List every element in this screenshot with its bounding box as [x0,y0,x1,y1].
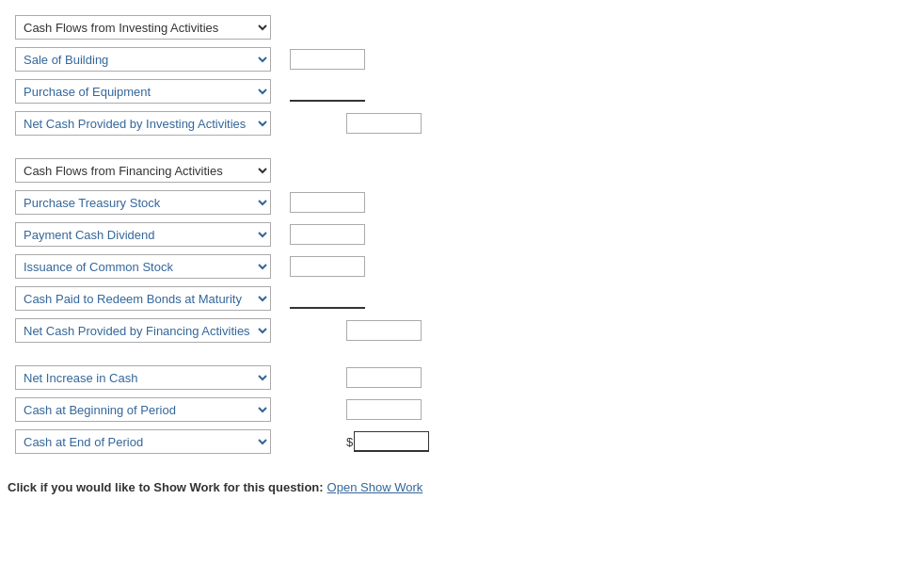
row-cash-flows-financing: Cash Flows from Investing ActivitiesSale… [15,154,909,186]
show-work-label: Click if you would like to Show Work for… [8,480,324,494]
row-cash-end: Cash Flows from Investing ActivitiesSale… [15,426,909,458]
dropdown-cell-sale-of-building: Cash Flows from Investing ActivitiesSale… [15,47,271,72]
input-wrap-cash-beginning [346,399,422,420]
select-cash-flows-investing[interactable]: Cash Flows from Investing ActivitiesSale… [15,15,271,40]
dropdown-cell-net-cash-financing: Cash Flows from Investing ActivitiesSale… [15,318,271,343]
row-cash-beginning: Cash Flows from Investing ActivitiesSale… [15,394,909,426]
dropdown-cell-net-increase-cash: Cash Flows from Investing ActivitiesSale… [15,365,271,390]
select-cash-paid-redeem-bonds[interactable]: Cash Flows from Investing ActivitiesSale… [15,286,271,311]
row-issuance-common-stock: Cash Flows from Investing ActivitiesSale… [15,250,909,282]
row-payment-cash-dividend: Cash Flows from Investing ActivitiesSale… [15,218,909,250]
dropdown-cell-cash-end: Cash Flows from Investing ActivitiesSale… [15,429,271,454]
input-net-cash-investing[interactable] [346,113,422,134]
spacer-row [15,139,909,154]
select-net-cash-financing[interactable]: Cash Flows from Investing ActivitiesSale… [15,318,271,343]
dropdown-cell-purchase-treasury-stock: Cash Flows from Investing ActivitiesSale… [15,190,271,215]
input-wrap-issuance-common-stock [290,256,365,277]
dropdown-cell-cash-flows-investing: Cash Flows from Investing ActivitiesSale… [15,15,271,40]
row-purchase-treasury-stock: Cash Flows from Investing ActivitiesSale… [15,186,909,218]
input-issuance-common-stock[interactable] [290,256,365,277]
select-cash-beginning[interactable]: Cash Flows from Investing ActivitiesSale… [15,397,271,422]
input-wrap-purchase-treasury-stock [290,192,365,213]
input-wrap-payment-cash-dividend [290,224,365,245]
row-cash-paid-redeem-bonds: Cash Flows from Investing ActivitiesSale… [15,282,909,314]
spacer-row [15,346,909,362]
row-net-cash-investing: Cash Flows from Investing ActivitiesSale… [15,107,909,139]
input-cash-paid-redeem-bonds[interactable] [290,288,365,309]
open-show-work-link[interactable]: Open Show Work [327,480,423,494]
dropdown-cell-purchase-of-equipment: Cash Flows from Investing ActivitiesSale… [15,79,271,104]
input-payment-cash-dividend[interactable] [290,224,365,245]
cash-flow-form: Cash Flows from Investing ActivitiesSale… [8,8,916,461]
input-wrap-sale-of-building [290,49,365,70]
dropdown-cell-cash-paid-redeem-bonds: Cash Flows from Investing ActivitiesSale… [15,286,271,311]
input-wrap-net-increase-cash [346,367,422,388]
select-net-cash-investing[interactable]: Cash Flows from Investing ActivitiesSale… [15,111,271,136]
input-cash-end[interactable] [354,431,429,452]
dropdown-cell-issuance-common-stock: Cash Flows from Investing ActivitiesSale… [15,254,271,279]
select-net-increase-cash[interactable]: Cash Flows from Investing ActivitiesSale… [15,365,271,390]
input-cash-beginning[interactable] [346,399,422,420]
input-sale-of-building[interactable] [290,49,365,70]
input-wrap-purchase-of-equipment [290,81,365,102]
dropdown-cell-cash-flows-financing: Cash Flows from Investing ActivitiesSale… [15,158,271,183]
input-net-increase-cash[interactable] [346,367,422,388]
input-wrap-cash-paid-redeem-bonds [290,288,365,309]
dropdown-cell-payment-cash-dividend: Cash Flows from Investing ActivitiesSale… [15,222,271,247]
select-payment-cash-dividend[interactable]: Cash Flows from Investing ActivitiesSale… [15,222,271,247]
input-wrap-net-cash-investing [346,113,422,134]
row-cash-flows-investing: Cash Flows from Investing ActivitiesSale… [15,11,909,43]
select-sale-of-building[interactable]: Cash Flows from Investing ActivitiesSale… [15,47,271,72]
dropdown-cell-net-cash-investing: Cash Flows from Investing ActivitiesSale… [15,111,271,136]
select-cash-flows-financing[interactable]: Cash Flows from Investing ActivitiesSale… [15,158,271,183]
dropdown-cell-cash-beginning: Cash Flows from Investing ActivitiesSale… [15,397,271,422]
row-net-increase-cash: Cash Flows from Investing ActivitiesSale… [15,362,909,394]
row-purchase-of-equipment: Cash Flows from Investing ActivitiesSale… [15,75,909,107]
show-work-row: Click if you would like to Show Work for… [8,476,916,498]
input-purchase-of-equipment[interactable] [290,81,365,102]
input-wrap-net-cash-financing [346,320,422,341]
select-purchase-of-equipment[interactable]: Cash Flows from Investing ActivitiesSale… [15,79,271,104]
dollar-sign: $ [346,435,353,449]
row-net-cash-financing: Cash Flows from Investing ActivitiesSale… [15,314,909,346]
input-net-cash-financing[interactable] [346,320,422,341]
select-cash-end[interactable]: Cash Flows from Investing ActivitiesSale… [15,429,271,454]
input-wrap-cash-end: $ [346,431,429,452]
select-issuance-common-stock[interactable]: Cash Flows from Investing ActivitiesSale… [15,254,271,279]
row-sale-of-building: Cash Flows from Investing ActivitiesSale… [15,43,909,75]
select-purchase-treasury-stock[interactable]: Cash Flows from Investing ActivitiesSale… [15,190,271,215]
input-purchase-treasury-stock[interactable] [290,192,365,213]
